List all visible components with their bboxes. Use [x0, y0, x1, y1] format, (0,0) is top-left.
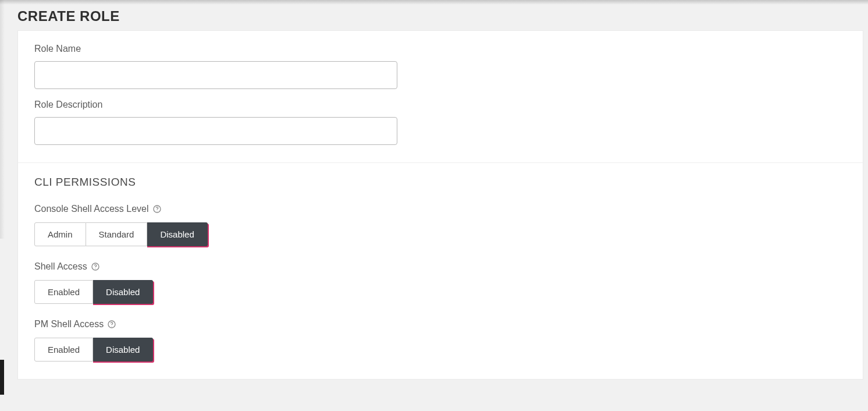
role-desc-input[interactable]	[34, 117, 397, 145]
help-icon[interactable]	[91, 262, 100, 271]
pm-shell-label: PM Shell Access	[34, 319, 104, 329]
help-icon[interactable]	[107, 320, 116, 329]
console-shell-standard-button[interactable]: Standard	[86, 222, 148, 246]
help-icon[interactable]	[152, 204, 162, 214]
console-shell-label-row: Console Shell Access Level	[34, 204, 846, 214]
role-name-group: Role Name	[34, 44, 846, 89]
shell-access-label-row: Shell Access	[34, 261, 846, 272]
svg-point-5	[112, 326, 112, 327]
shell-access-segmented: Enabled Disabled	[34, 280, 153, 304]
console-shell-admin-button[interactable]: Admin	[34, 222, 86, 246]
cli-permissions-heading: CLI PERMISSIONS	[34, 176, 846, 189]
shell-access-group: Shell Access Enabled Disabled	[34, 261, 846, 304]
pm-shell-label-row: PM Shell Access	[34, 319, 846, 329]
svg-point-3	[95, 268, 95, 269]
shell-access-disabled-button[interactable]: Disabled	[93, 280, 153, 304]
left-shadow	[0, 0, 5, 239]
svg-point-1	[156, 211, 157, 211]
cli-permissions-section: CLI PERMISSIONS Console Shell Access Lev…	[18, 162, 863, 379]
page-title: CREATE ROLE	[5, 0, 868, 30]
pm-shell-disabled-button[interactable]: Disabled	[93, 338, 153, 362]
pm-shell-enabled-button[interactable]: Enabled	[34, 338, 93, 362]
left-rail-stub	[0, 360, 4, 395]
create-role-panel: Role Name Role Description CLI PERMISSIO…	[17, 30, 863, 380]
pm-shell-segmented: Enabled Disabled	[34, 338, 153, 362]
console-shell-group: Console Shell Access Level Admin Standar…	[34, 204, 846, 246]
console-shell-disabled-button[interactable]: Disabled	[147, 222, 207, 246]
role-desc-label: Role Description	[34, 100, 846, 110]
role-name-label: Role Name	[34, 44, 846, 54]
console-shell-segmented: Admin Standard Disabled	[34, 222, 208, 246]
shell-access-enabled-button[interactable]: Enabled	[34, 280, 93, 304]
role-basic-section: Role Name Role Description	[18, 31, 863, 162]
role-name-input[interactable]	[34, 61, 397, 89]
console-shell-label: Console Shell Access Level	[34, 204, 149, 214]
pm-shell-group: PM Shell Access Enabled Disabled	[34, 319, 846, 362]
role-desc-group: Role Description	[34, 100, 846, 145]
shell-access-label: Shell Access	[34, 261, 87, 272]
